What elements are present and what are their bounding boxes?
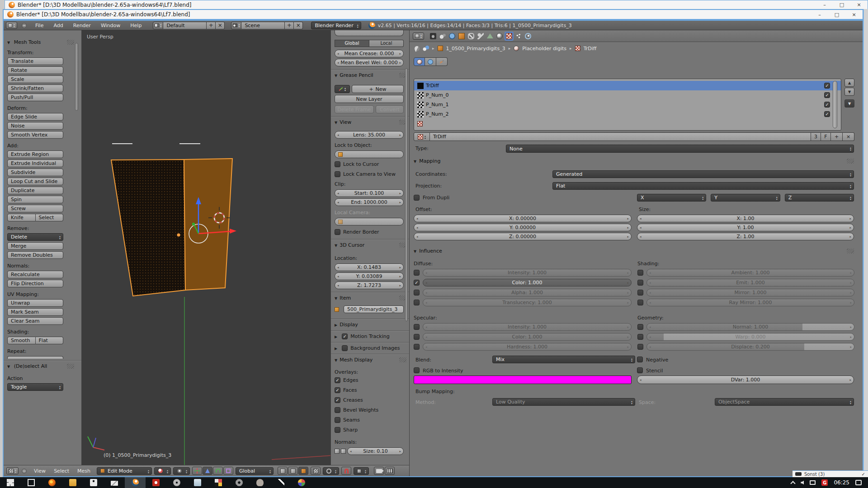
influence-slider[interactable]: Warp: 0.000	[646, 333, 854, 341]
properties-region-npanel[interactable]: GlobalLocal Mean Crease: 0.000 Mean Beve…	[330, 30, 409, 465]
influence-slider[interactable]: Ambient: 1.000	[646, 269, 854, 277]
taskbar-app-button[interactable]	[208, 477, 229, 488]
tool-button[interactable]: Unwrap	[7, 299, 63, 307]
mesh-display-header[interactable]: Mesh Display	[335, 357, 404, 363]
proportional-edit-dropdown[interactable]	[323, 467, 339, 475]
axis-dropdown[interactable]: Y	[711, 194, 780, 202]
influence-checkbox[interactable]	[414, 324, 420, 330]
influence-slider[interactable]: Color: 1.000	[423, 279, 632, 286]
overlay-checkbox[interactable]	[335, 417, 340, 423]
taskbar-app-button[interactable]	[166, 477, 187, 488]
bump-space-dropdown[interactable]: ObjectSpace	[715, 398, 854, 406]
move-slot-down-button[interactable]: ▼	[844, 88, 854, 96]
stencil-checkbox[interactable]	[637, 367, 643, 373]
taskbar-app-button[interactable]	[229, 477, 250, 488]
mean-crease-slider[interactable]: Mean Crease: 0.000	[335, 50, 404, 57]
negative-checkbox[interactable]	[637, 357, 643, 362]
render-border-checkbox[interactable]	[335, 229, 340, 235]
viewport-shading-dropdown[interactable]	[154, 467, 171, 475]
orientation-dropdown[interactable]: Global	[236, 467, 274, 475]
taskbar-clock[interactable]: 06:25	[834, 479, 849, 486]
add-layout-button[interactable]: +	[207, 22, 216, 29]
view-panel-header[interactable]: View	[335, 119, 404, 125]
influence-checkbox[interactable]	[637, 280, 643, 286]
texture-enable-checkbox[interactable]: ✓	[824, 102, 830, 108]
move-slot-up-button[interactable]: ▲	[844, 79, 854, 87]
background-images-header[interactable]	[335, 345, 340, 351]
taskbar-app-button[interactable]	[146, 477, 166, 488]
browse-texture-button[interactable]	[414, 132, 430, 141]
antivirus-tray-icon[interactable]: G	[821, 479, 828, 486]
tool-button[interactable]: Translate	[7, 57, 63, 65]
properties-tab[interactable]	[457, 32, 466, 41]
edge-select-button[interactable]	[288, 467, 298, 475]
tool-button[interactable]: Shrink/Fatten	[7, 84, 63, 92]
taskbar-app-button[interactable]	[291, 477, 312, 488]
npanel-scrollbar[interactable]	[405, 68, 408, 321]
mesh-face-textured[interactable]	[111, 160, 185, 296]
motion-tracking-checkbox[interactable]: ✓	[342, 333, 348, 339]
influence-checkbox[interactable]	[414, 300, 420, 305]
vertex-normals-toggle[interactable]	[335, 449, 340, 454]
tool-button[interactable]: Knife	[7, 214, 36, 221]
layout-browse-button[interactable]	[153, 22, 163, 29]
grease-pencil-header[interactable]: Grease Pencil	[335, 72, 404, 78]
influence-slider[interactable]: Emit: 1.000	[646, 279, 854, 286]
tool-button[interactable]: Push/Pull	[7, 94, 63, 101]
display-panel-header[interactable]: Display	[335, 322, 404, 328]
manipulator-toggle[interactable]	[192, 467, 202, 475]
properties-tab[interactable]	[495, 32, 504, 41]
notification-center-icon[interactable]	[855, 480, 862, 485]
offset-slider[interactable]: Z: 0.00000	[414, 233, 632, 240]
axis-dropdown[interactable]: X	[637, 194, 706, 202]
layout-name-field[interactable]: Default	[163, 22, 207, 29]
tool-button[interactable]: Recalculate	[7, 271, 63, 278]
viewport-3d[interactable]: User Persp (0) 1_0500_Primarydigits_3	[82, 30, 330, 465]
size-slider[interactable]: Y: 1.00	[637, 224, 854, 231]
slot-specials-dropdown[interactable]: ▼	[844, 99, 854, 108]
face-normals-toggle[interactable]	[341, 449, 346, 454]
front-window-titlebar[interactable]: Blender* [D:\3D Modellbau\blender-2.65a-…	[3, 9, 863, 20]
influence-slider[interactable]: Color: 1.000	[423, 333, 632, 341]
influence-slider[interactable]: Displace: 0.200	[646, 343, 854, 351]
rgb-to-intensity-checkbox[interactable]	[414, 367, 420, 373]
overlay-checkbox[interactable]	[335, 407, 340, 413]
influence-checkbox[interactable]	[414, 334, 420, 340]
tool-button[interactable]: Rotate	[7, 66, 63, 74]
taskbar-app-button[interactable]	[21, 477, 42, 488]
item-name-field[interactable]: 500_Primarydigits_3	[344, 305, 404, 313]
opengl-render-button[interactable]	[374, 467, 384, 475]
panel-drag-icon[interactable]	[847, 159, 854, 164]
render-engine-dropdown[interactable]: Blender Render	[311, 22, 361, 29]
pivot-point-dropdown[interactable]	[173, 467, 190, 475]
influence-slider[interactable]: Mirror: 1.000	[646, 289, 854, 296]
breadcrumb-material[interactable]: Placeholder digits	[522, 46, 566, 52]
properties-tab[interactable]	[438, 32, 447, 41]
new-texture-button[interactable]: +	[831, 132, 843, 141]
cursor-y-slider[interactable]: Y: 0.03089	[335, 272, 404, 280]
dvar-slider[interactable]: DVar: 1.000	[637, 375, 854, 384]
taskbar-app-button[interactable]	[62, 477, 83, 488]
influence-checkbox[interactable]	[637, 290, 643, 296]
influence-slider[interactable]: Intensity: 1.000	[423, 323, 632, 331]
lock-camera-checkbox[interactable]	[335, 171, 340, 177]
texture-name-field[interactable]: TrDiff	[430, 132, 811, 141]
texture-color-swatch[interactable]	[414, 375, 632, 384]
fake-user-button[interactable]: F	[821, 132, 831, 141]
influence-slider[interactable]: Normal: 1.000	[646, 323, 854, 331]
size-slider[interactable]: Z: 1.00	[637, 233, 854, 240]
overlay-checkbox[interactable]	[335, 427, 340, 433]
editor-type-button[interactable]	[6, 22, 17, 29]
mean-bevel-slider[interactable]: Mean Bevel Wei: 0.000	[335, 59, 404, 66]
minimize-button[interactable]: –	[811, 10, 828, 19]
browse-id-icon[interactable]	[423, 46, 429, 51]
breadcrumb-object[interactable]: 1_0500_Primarydigits_3	[446, 46, 505, 52]
texture-enable-checkbox[interactable]: ✓	[824, 92, 830, 98]
texture-enable-checkbox[interactable]: ✓	[824, 83, 830, 89]
tool-button[interactable]: Duplicate	[7, 187, 63, 194]
local-camera-field[interactable]	[335, 218, 404, 225]
panel-drag-icon[interactable]	[67, 40, 74, 45]
tool-button[interactable]: Mark Seam	[7, 308, 63, 316]
panel-drag-icon[interactable]	[67, 364, 74, 369]
tool-button[interactable]: Flat	[36, 337, 64, 344]
